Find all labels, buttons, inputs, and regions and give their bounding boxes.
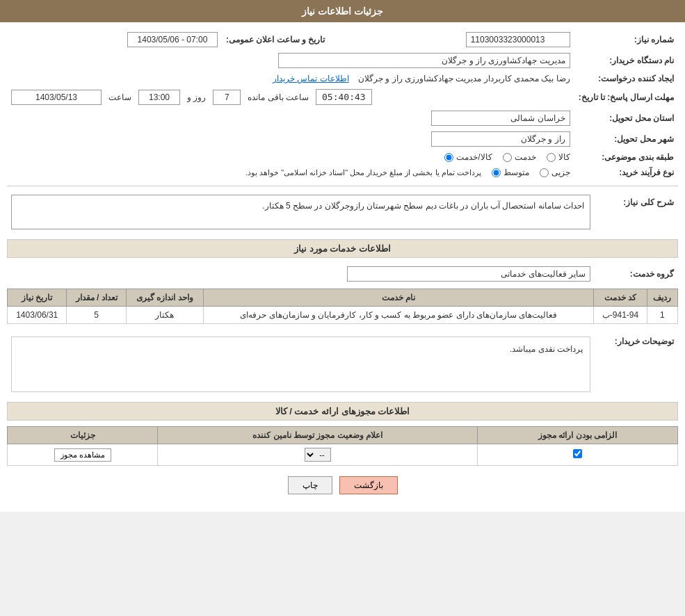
response-time-input: 13:00 [138, 90, 180, 105]
buyer-org-label: نام دستگاه خریدار: [574, 50, 678, 71]
services-col-5: تاریخ نیاز [8, 289, 67, 307]
category-kala-label: کالا [558, 152, 570, 162]
category-label: طبقه بندی موضوعی: [574, 149, 678, 165]
time-label: ساعت [108, 92, 131, 102]
city-input: راز و جرگلان [431, 131, 570, 147]
category-khadamat-label: خدمت [515, 152, 536, 162]
category-row: کالا خدمت کالا/خدمت [7, 149, 574, 165]
process-motavaset-label: متوسط [503, 168, 529, 177]
category-kala-khadamat-label: کالا/خدمت [456, 152, 492, 162]
process-jazii-radio[interactable] [540, 168, 549, 177]
services-cell-0-5: 1403/06/31 [8, 307, 67, 324]
buyer-notes-input: پرداخت نقدی میباشد. [11, 337, 590, 392]
main-content: شماره نیاز: 1103003323000013 تاریخ و ساع… [0, 22, 685, 512]
creator-text: رضا بیک محمدی کاربردار مدیریت جهادکشاورز… [358, 74, 570, 83]
services-cell-0-3: هکتار [126, 307, 203, 324]
services-cell-0-1: 941-94-ب [594, 307, 647, 324]
buyer-notes-grid: توضیحات خریدار: پرداخت نقدی میباشد. [7, 331, 678, 395]
info-grid: شماره نیاز: 1103003323000013 تاریخ و ساع… [7, 29, 678, 180]
need-number-input: 1103003323000013 [466, 32, 570, 47]
services-col-1: کد خدمت [594, 289, 647, 307]
need-desc-input: احداث سامانه استحصال آب باران در باغات د… [11, 195, 590, 229]
button-row: بازگشت چاپ [7, 476, 678, 494]
view-permit-button-0[interactable]: مشاهده مجوز [54, 448, 111, 462]
print-button[interactable]: چاپ [288, 476, 332, 494]
permit-section: اطلاعات مجوزهای ارائه خدمت / کالا الزامی… [7, 402, 678, 466]
services-row-0: 1941-94-بفعالیت‌های سازمان‌های دارای عضو… [8, 307, 678, 324]
province-value: خراسان شمالی [7, 108, 574, 129]
permit-required-checkbox-0[interactable] [573, 449, 582, 458]
creator-value: رضا بیک محمدی کاربردار مدیریت جهادکشاورز… [7, 71, 574, 86]
response-deadline-label: مهلت ارسال پاسخ: تا تاریخ: [574, 86, 678, 108]
permit-section-title: اطلاعات مجوزهای ارائه خدمت / کالا [7, 402, 678, 421]
process-motavaset-option[interactable]: متوسط [492, 168, 529, 177]
announce-date-value: 1403/05/06 - 07:00 [7, 29, 222, 50]
response-date-input: 1403/05/13 [11, 90, 102, 105]
service-group-label: گروه خدمت: [595, 264, 678, 284]
buyer-notes-label: توضیحات خریدار: [595, 331, 678, 395]
service-group-input: سایر فعالیت‌های خدماتی [347, 266, 590, 282]
need-desc-label: شرح کلی نیاز: [595, 192, 678, 232]
announce-date-label: تاریخ و ساعت اعلان عمومی: [222, 29, 329, 50]
announce-date-input: 1403/05/06 - 07:00 [127, 32, 218, 47]
creator-label: ایجاد کننده درخواست: [574, 71, 678, 86]
category-kala-khadamat-radio[interactable] [444, 153, 453, 162]
back-button[interactable]: بازگشت [339, 476, 398, 494]
page-title: جزئیات اطلاعات نیاز [302, 6, 383, 17]
services-section-title: اطلاعات خدمات مورد نیاز [7, 239, 678, 258]
permit-table: الزامی بودن ارائه مجوزاعلام وضعیت مجوز ت… [7, 426, 678, 466]
need-number-label: شماره نیاز: [574, 29, 678, 50]
category-kala-option[interactable]: کالا [547, 152, 570, 162]
permit-col-2: جزئیات [8, 427, 158, 444]
permit-row-0: --مشاهده مجوز [8, 444, 678, 466]
services-cell-0-2: فعالیت‌های سازمان‌های دارای عضو مربوط به… [204, 307, 594, 324]
process-row: جزیی متوسط پرداخت تمام یا بخشی از مبلغ خ… [7, 165, 574, 180]
need-desc-grid: شرح کلی نیاز: احداث سامانه استحصال آب با… [7, 192, 678, 232]
creator-contact-link[interactable]: اطلاعات تماس خریدار [273, 74, 349, 83]
category-khadamat-option[interactable]: خدمت [503, 152, 536, 162]
services-col-3: واحد اندازه گیری [126, 289, 203, 307]
services-cell-0-0: 1 [647, 307, 677, 324]
city-label: شهر محل تحویل: [574, 129, 678, 149]
city-value: راز و جرگلان [7, 129, 574, 149]
response-deadline-row: 05:40:43 ساعت باقی مانده 7 روز و 13:00 س… [7, 86, 574, 108]
services-col-4: تعداد / مقدار [67, 289, 126, 307]
remaining-label: ساعت باقی مانده [248, 92, 309, 102]
buyer-org-input: مدیریت جهادکشاورزی راز و جرگلان [278, 53, 570, 68]
services-table: ردیفکد خدمتنام خدمتواحد اندازه گیریتعداد… [7, 289, 678, 324]
service-group-grid: گروه خدمت: سایر فعالیت‌های خدماتی [7, 264, 678, 284]
permit-col-0: الزامی بودن ارائه مجوز [477, 427, 677, 444]
province-label: استان محل تحویل: [574, 108, 678, 129]
category-kala-khadamat-option[interactable]: کالا/خدمت [444, 152, 492, 162]
page-container: جزئیات اطلاعات نیاز شماره نیاز: 11030033… [0, 0, 685, 512]
buyer-notes-value: پرداخت نقدی میباشد. [7, 331, 595, 395]
category-kala-radio[interactable] [547, 153, 556, 162]
page-header: جزئیات اطلاعات نیاز [0, 0, 685, 22]
services-cell-0-4: 5 [67, 307, 126, 324]
service-group-value: سایر فعالیت‌های خدماتی [7, 264, 595, 284]
services-col-0: ردیف [647, 289, 677, 307]
buyer-org-value: مدیریت جهادکشاورزی راز و جرگلان [7, 50, 574, 71]
services-col-2: نام خدمت [204, 289, 594, 307]
services-section: اطلاعات خدمات مورد نیاز گروه خدمت: سایر … [7, 239, 678, 324]
process-note: پرداخت تمام یا بخشی از مبلغ خریدار محل "… [245, 168, 481, 177]
permit-status-cell-0: -- [158, 444, 477, 466]
days-label: روز و [187, 92, 206, 102]
process-label: نوع فرآیند خرید: [574, 165, 678, 180]
process-motavaset-radio[interactable] [492, 168, 501, 177]
category-khadamat-radio[interactable] [503, 153, 512, 162]
process-jazii-label: جزیی [551, 168, 570, 177]
permit-col-1: اعلام وضعیت مجوز توسط نامین کننده [158, 427, 477, 444]
province-input: خراسان شمالی [431, 111, 570, 126]
permit-status-select-0[interactable]: -- [305, 448, 331, 462]
response-days-input: 7 [213, 90, 241, 105]
permit-detail-cell-0: مشاهده مجوز [8, 444, 158, 466]
need-desc-value: احداث سامانه استحصال آب باران در باغات د… [7, 192, 595, 232]
process-jazii-option[interactable]: جزیی [540, 168, 570, 177]
remaining-time-display: 05:40:43 [316, 89, 372, 105]
need-number-value: 1103003323000013 [329, 29, 574, 50]
permit-required-cell-0 [477, 444, 677, 466]
